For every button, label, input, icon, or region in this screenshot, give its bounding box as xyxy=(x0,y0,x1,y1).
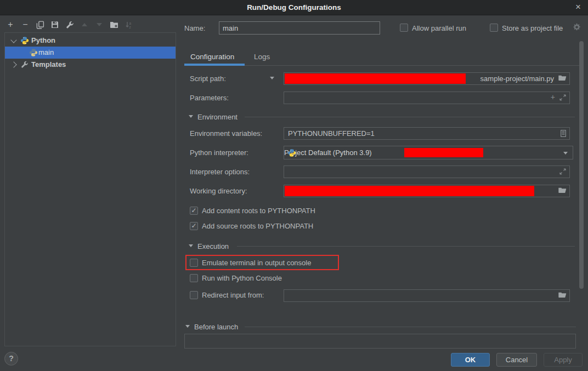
move-up-button[interactable] xyxy=(78,19,91,31)
redirect-input-checkbox[interactable] xyxy=(190,291,198,299)
arrow-down-icon xyxy=(97,23,102,26)
redaction-overlay xyxy=(285,186,534,196)
folder-icon xyxy=(558,292,567,299)
allow-parallel-run-label: Allow parallel run xyxy=(412,24,466,32)
run-python-console-label: Run with Python Console xyxy=(202,274,282,282)
script-path-field[interactable]: sample-project/main.py xyxy=(284,72,570,85)
python-interpreter-combobox[interactable]: Project Default (Python 3.9) xyxy=(284,146,573,159)
browse-folder-button[interactable] xyxy=(558,75,567,83)
store-as-project-file-label: Store as project file xyxy=(502,24,563,32)
plus-icon: + xyxy=(8,20,13,29)
script-path-label: Script path: xyxy=(190,75,226,83)
emulate-terminal-checkbox[interactable] xyxy=(190,259,198,267)
expand-icon xyxy=(559,168,566,175)
tree-item-python[interactable]: Python xyxy=(5,35,176,47)
checkmark-icon: ✓ xyxy=(190,207,197,214)
edit-templates-button[interactable] xyxy=(64,19,76,31)
expand-field-button[interactable] xyxy=(559,168,566,176)
wrench-icon xyxy=(66,21,74,29)
question-icon: ? xyxy=(9,354,14,363)
section-divider xyxy=(245,327,576,327)
configurations-toolbar: + − az xyxy=(4,19,135,31)
script-path-dropdown-icon[interactable] xyxy=(270,77,274,79)
store-as-project-file-checkbox[interactable] xyxy=(490,24,498,32)
copy-configuration-button[interactable] xyxy=(34,19,46,31)
apply-button[interactable]: Apply xyxy=(544,353,583,367)
interpreter-options-field[interactable] xyxy=(284,165,570,178)
working-directory-field[interactable] xyxy=(284,185,570,197)
add-configuration-button[interactable]: + xyxy=(4,19,16,31)
dialog-title: Run/Debug Configurations xyxy=(0,0,588,15)
vertical-scrollbar-thumb[interactable] xyxy=(579,41,584,289)
redaction-overlay xyxy=(404,148,483,157)
name-input[interactable] xyxy=(219,21,380,35)
section-divider xyxy=(245,117,575,117)
checkmark-icon: ✓ xyxy=(190,222,197,230)
env-variables-label: Environment variables: xyxy=(190,129,262,138)
chevron-down-icon[interactable] xyxy=(10,37,16,43)
ok-button[interactable]: OK xyxy=(451,353,490,367)
parameters-field[interactable]: + xyxy=(284,92,570,104)
section-divider xyxy=(237,246,575,247)
run-debug-configurations-dialog: Run/Debug Configurations × + − az xyxy=(0,0,588,371)
add-content-roots-checkbox[interactable]: ✓ xyxy=(190,207,198,215)
redaction-overlay xyxy=(285,73,466,84)
close-icon[interactable]: × xyxy=(572,0,585,15)
add-source-roots-checkbox[interactable]: ✓ xyxy=(190,222,198,230)
save-configuration-button[interactable] xyxy=(49,19,61,31)
configurations-tree: Python main Templates xyxy=(4,32,176,346)
tree-item-templates[interactable]: Templates xyxy=(5,59,176,71)
expand-icon xyxy=(559,94,566,101)
before-launch-task-list[interactable] xyxy=(184,334,576,349)
tree-item-label: main xyxy=(38,48,54,56)
execution-section-label: Execution xyxy=(197,242,229,250)
working-directory-label: Working directory: xyxy=(190,187,247,195)
store-options-button[interactable] xyxy=(573,23,581,33)
save-icon xyxy=(51,21,59,28)
move-down-button[interactable] xyxy=(93,19,105,31)
gear-icon xyxy=(573,23,581,31)
add-source-roots-label: Add source roots to PYTHONPATH xyxy=(202,222,313,230)
browse-folder-button[interactable] xyxy=(558,292,567,300)
minus-icon: − xyxy=(22,20,27,29)
tree-item-label: Python xyxy=(31,36,55,44)
script-path-value: sample-project/main.py xyxy=(480,73,554,84)
sort-az-icon: az xyxy=(125,21,133,28)
list-icon xyxy=(561,130,566,137)
cancel-button[interactable]: Cancel xyxy=(496,353,537,367)
run-python-console-checkbox[interactable] xyxy=(190,274,198,282)
tree-item-label: Templates xyxy=(31,60,66,69)
edit-variables-button[interactable] xyxy=(561,130,566,139)
tab-logs[interactable]: Logs xyxy=(254,53,270,61)
copy-icon xyxy=(36,21,44,29)
active-tab-underline xyxy=(184,64,245,66)
add-macro-button[interactable]: + xyxy=(551,93,555,101)
svg-text:z: z xyxy=(129,25,131,29)
chevron-right-icon[interactable] xyxy=(10,61,16,67)
redirect-input-field[interactable] xyxy=(284,289,570,302)
sort-configurations-button[interactable]: az xyxy=(123,19,135,31)
interpreter-options-label: Interpreter options: xyxy=(190,168,250,176)
new-folder-button[interactable] xyxy=(108,19,120,31)
python-interpreter-value: Project Default (Python 3.9) xyxy=(284,149,372,157)
tab-configuration[interactable]: Configuration xyxy=(190,53,234,61)
python-icon xyxy=(29,48,38,57)
expand-field-button[interactable] xyxy=(559,94,566,102)
environment-section-toggle[interactable] xyxy=(189,115,193,118)
folder-icon xyxy=(558,187,567,194)
help-button[interactable]: ? xyxy=(4,352,18,366)
add-content-roots-label: Add content roots to PYTHONPATH xyxy=(202,207,315,215)
execution-section-toggle[interactable] xyxy=(189,244,193,247)
allow-parallel-run-checkbox[interactable] xyxy=(400,24,408,32)
environment-section-label: Environment xyxy=(197,113,238,121)
emulate-terminal-label: Emulate terminal in output console xyxy=(202,259,311,267)
arrow-up-icon xyxy=(82,23,87,26)
before-launch-section-toggle[interactable] xyxy=(185,325,190,328)
remove-configuration-button[interactable]: − xyxy=(19,19,31,31)
tree-item-main-selected[interactable]: main xyxy=(5,47,176,59)
combo-dropdown-icon[interactable] xyxy=(563,152,568,155)
name-label: Name: xyxy=(184,24,205,32)
browse-folder-button[interactable] xyxy=(558,187,567,196)
plus-icon: + xyxy=(551,93,555,101)
env-variables-field[interactable]: PYTHONUNBUFFERED=1 xyxy=(284,127,570,140)
